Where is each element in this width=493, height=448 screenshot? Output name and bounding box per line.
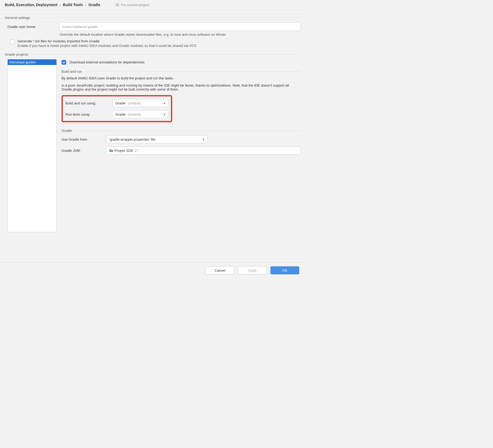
build-run-desc-1: By default IntelliJ IDEA uses Gradle to … xyxy=(61,76,301,80)
dialog-footer: Cancel Apply OK xyxy=(0,263,306,278)
svg-rect-0 xyxy=(116,3,118,6)
build-using-suffix: (Default) xyxy=(128,101,141,105)
divider xyxy=(75,131,301,131)
section-general: General settings xyxy=(5,16,301,20)
use-gradle-from-label: Use Gradle from: xyxy=(61,137,102,141)
run-tests-suffix: (Default) xyxy=(128,112,141,116)
divider xyxy=(85,71,301,72)
download-annotations-checkbox[interactable] xyxy=(61,60,66,65)
svg-rect-1 xyxy=(117,4,119,6)
settings-content: General settings Gradle user home: Overr… xyxy=(0,10,306,263)
gradle-jvm-dropdown[interactable]: Project SDK 17 xyxy=(106,146,301,154)
chevron-down-icon: ▾ xyxy=(163,101,165,105)
breadcrumb-sep: › xyxy=(60,3,61,7)
chevron-down-icon: ▾ xyxy=(203,137,204,141)
gradle-user-home-label: Gradle user home: xyxy=(7,25,55,29)
divider xyxy=(33,18,301,18)
build-using-value: Gradle xyxy=(115,101,126,105)
copy-icon xyxy=(116,3,119,7)
gradle-jvm-label: Gradle JVM: xyxy=(61,149,102,153)
build-run-desc-2: In a pure Java/Kotlin project, building … xyxy=(61,83,301,91)
generate-iml-help: Enable if you have a mixed project with … xyxy=(18,44,196,48)
gradle-user-home-help: Override the default location where Grad… xyxy=(60,32,301,36)
svg-rect-2 xyxy=(109,149,111,150)
section-title: Gradle xyxy=(61,129,72,133)
use-gradle-from-dropdown[interactable]: 'gradle-wrapper.properties' file ▾ xyxy=(106,135,207,143)
section-title: Build and run xyxy=(61,70,82,74)
project-detail: Download external annotations for depend… xyxy=(61,59,301,232)
section-title: Gradle projects xyxy=(5,52,28,56)
section-gradle: Gradle xyxy=(61,129,301,133)
use-gradle-from-value: 'gradle-wrapper.properties' file xyxy=(109,137,155,141)
folder-icon xyxy=(109,149,113,152)
scope-indicator: For current project xyxy=(116,3,149,7)
divider xyxy=(31,54,301,55)
breadcrumb-seg-3[interactable]: Gradle xyxy=(88,3,100,7)
section-build-run: Build and run xyxy=(61,70,301,74)
breadcrumb: Build, Execution, Deployment › Build Too… xyxy=(5,3,100,7)
run-tests-value: Gradle xyxy=(115,112,126,116)
section-title: General settings xyxy=(5,16,30,20)
settings-header: Build, Execution, Deployment › Build Too… xyxy=(0,0,306,10)
scope-label: For current project xyxy=(121,3,149,7)
chevron-down-icon: ▾ xyxy=(163,112,165,116)
build-using-label: Build and run using: xyxy=(65,101,108,105)
cancel-button[interactable]: Cancel xyxy=(206,266,234,274)
apply-button[interactable]: Apply xyxy=(238,266,267,274)
run-tests-label: Run tests using: xyxy=(65,112,108,116)
section-projects: Gradle projects xyxy=(5,52,301,56)
download-annotations-label: Download external annotations for depend… xyxy=(69,60,145,64)
generate-iml-label: Generate *.iml files for modules importe… xyxy=(18,39,196,43)
ok-button[interactable]: OK xyxy=(270,266,299,274)
gradle-jvm-value: Project SDK xyxy=(114,149,133,153)
highlight-box: Build and run using: Gradle (Default) ▾ … xyxy=(61,95,172,122)
run-tests-dropdown[interactable]: Gradle (Default) ▾ xyxy=(112,110,168,118)
project-list[interactable]: micronaut-guides xyxy=(7,59,57,232)
breadcrumb-seg-1[interactable]: Build, Execution, Deployment xyxy=(5,3,57,7)
build-using-dropdown[interactable]: Gradle (Default) ▾ xyxy=(112,99,168,107)
breadcrumb-seg-2[interactable]: Build Tools xyxy=(63,3,83,7)
breadcrumb-sep: › xyxy=(85,3,86,7)
gradle-jvm-suffix: 17 xyxy=(134,149,138,153)
gradle-user-home-input[interactable] xyxy=(59,22,301,31)
project-item[interactable]: micronaut-guides xyxy=(8,59,56,65)
generate-iml-checkbox[interactable] xyxy=(10,39,15,44)
